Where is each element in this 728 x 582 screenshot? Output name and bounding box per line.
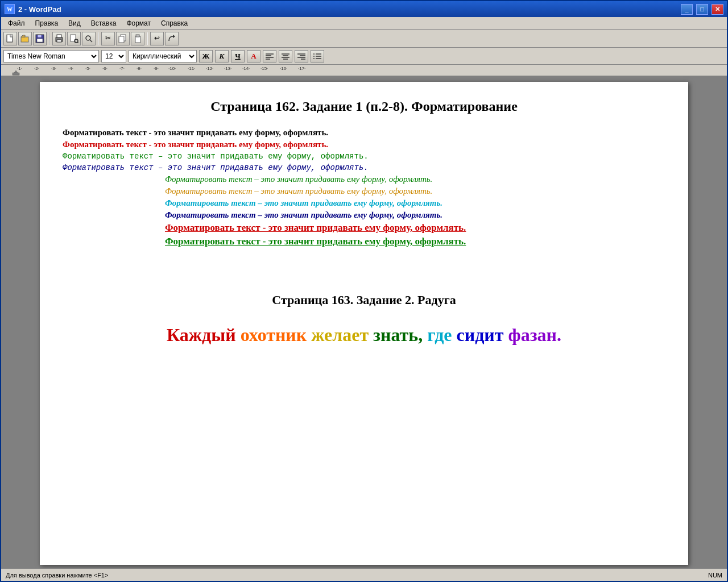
menu-insert[interactable]: Вставка	[86, 18, 121, 28]
svg-point-32	[313, 53, 315, 55]
svg-text:·14·: ·14·	[242, 66, 250, 71]
new-button[interactable]	[3, 32, 17, 45]
menu-bar: Файл Правка Вид Вставка Формат Справка	[1, 17, 727, 30]
align-right-button[interactable]	[295, 50, 308, 63]
underline-button[interactable]: Ч	[231, 50, 245, 63]
num-lock-indicator: NUM	[708, 572, 722, 579]
rainbow-word-6: сидит	[457, 325, 504, 345]
toolbar-separator-3	[147, 32, 148, 45]
svg-line-14	[90, 40, 92, 42]
svg-text:·1·: ·1·	[17, 66, 22, 71]
rainbow-space-3	[369, 325, 373, 345]
rainbow-space-5	[452, 325, 457, 345]
rainbow-word-3: желает	[311, 325, 369, 345]
menu-view[interactable]: Вид	[64, 18, 85, 28]
svg-text:·9·: ·9·	[154, 66, 159, 71]
page1-heading: Страница 162. Задание 1 (п.2-8). Формати…	[63, 99, 665, 114]
svg-point-36	[313, 58, 315, 59]
close-button[interactable]: ✕	[712, 4, 723, 15]
text-line-9: Форматировать текст - это значит придава…	[63, 222, 665, 234]
menu-format[interactable]: Формат	[122, 18, 155, 28]
svg-text:·16·: ·16·	[280, 66, 287, 71]
text-line-4: Форматировать текст – это значит придава…	[63, 163, 665, 172]
svg-text:·13·: ·13·	[224, 66, 231, 71]
rainbow-word-2: охотник	[241, 325, 307, 345]
text-line-7: Форматировать текст – это значит придава…	[63, 198, 665, 208]
italic-button[interactable]: К	[215, 50, 229, 63]
svg-text:·2·: ·2·	[34, 66, 39, 71]
svg-text:·6·: ·6·	[102, 66, 107, 71]
status-hint: Для вывода справки нажмите <F1>	[6, 572, 108, 579]
text-line-1: Форматировать текст - это значит придава…	[63, 128, 665, 138]
svg-text:·15·: ·15·	[260, 66, 268, 71]
svg-rect-38	[1, 65, 727, 76]
paste-button[interactable]	[131, 32, 144, 45]
font-selector[interactable]: Times New Roman	[3, 50, 99, 63]
svg-text:·10·: ·10·	[168, 66, 176, 71]
text-line-10: Форматировать текст - это значит придава…	[63, 236, 665, 247]
title-bar: W 2 - WordPad _ □ ✕	[1, 1, 727, 17]
svg-text:·5·: ·5·	[85, 66, 90, 71]
svg-line-12	[77, 42, 78, 43]
window-title: 2 - WordPad	[18, 5, 677, 14]
print-button[interactable]	[52, 32, 66, 45]
list-button[interactable]	[311, 50, 324, 63]
menu-file[interactable]: Файл	[3, 18, 30, 28]
rainbow-space-1	[236, 325, 241, 345]
align-left-button[interactable]	[263, 50, 276, 63]
svg-text:·12·: ·12·	[206, 66, 213, 71]
size-selector[interactable]: 12	[101, 50, 126, 63]
text-line-6: Форматировать текст – это значит придава…	[63, 186, 665, 196]
svg-rect-8	[57, 35, 61, 38]
svg-point-13	[86, 36, 90, 40]
svg-rect-40	[13, 73, 19, 75]
lang-selector[interactable]: Кириллический	[129, 50, 197, 63]
preview-button[interactable]	[67, 32, 81, 45]
menu-edit[interactable]: Правка	[31, 18, 63, 28]
format-bar: Times New Roman 12 Кириллический Ж К Ч А	[1, 48, 727, 65]
svg-rect-16	[119, 36, 124, 43]
copy-button[interactable]	[116, 32, 130, 45]
ruler: ·1· ·2· ·3· ·4· ·5· ·6· ·7· ·8· ·9· ·10·…	[1, 65, 727, 76]
rainbow-word-7: фазан.	[508, 325, 561, 345]
find-button[interactable]	[82, 32, 96, 45]
save-button[interactable]	[33, 32, 47, 45]
svg-text:·4·: ·4·	[68, 66, 73, 71]
svg-rect-3	[21, 37, 28, 42]
cut-button[interactable]: ✂	[101, 32, 115, 45]
align-center-button[interactable]	[279, 50, 292, 63]
wordpad-window: W 2 - WordPad _ □ ✕ Файл Правка Вид Вста…	[0, 0, 728, 582]
maximize-button[interactable]: □	[696, 4, 708, 15]
document-page[interactable]: Страница 162. Задание 1 (п.2-8). Формати…	[40, 82, 688, 565]
svg-text:·17·: ·17·	[298, 66, 305, 71]
svg-rect-9	[57, 40, 61, 42]
rainbow-word-4: знать,	[373, 325, 423, 345]
svg-rect-5	[38, 35, 42, 38]
undo-button[interactable]: ↩	[150, 32, 164, 45]
svg-text:·11·: ·11·	[188, 66, 195, 71]
document-area[interactable]: Страница 162. Задание 1 (п.2-8). Формати…	[1, 76, 727, 568]
svg-marker-19	[173, 35, 175, 38]
rainbow-space-6	[504, 325, 508, 345]
redo-button[interactable]	[165, 32, 179, 45]
page2-heading: Страница 163. Задание 2. Радуга	[63, 293, 665, 307]
svg-text:·8·: ·8·	[136, 66, 142, 71]
toolbar: ✂ ↩	[1, 30, 727, 48]
rainbow-word-1: Каждый	[167, 325, 236, 345]
svg-text:·7·: ·7·	[119, 66, 125, 71]
bold-button[interactable]: Ж	[199, 50, 213, 63]
text-line-2: Форматировать текст - это значит придава…	[63, 140, 665, 149]
open-button[interactable]	[18, 32, 32, 45]
text-line-3: Форматировать текст – это значит придава…	[63, 152, 665, 161]
rainbow-word-5: где	[427, 325, 452, 345]
rainbow-space-4	[423, 325, 427, 345]
rainbow-text: Каждый охотник желает знать, где сидит ф…	[63, 325, 665, 346]
minimize-button[interactable]: _	[681, 4, 693, 15]
color-button[interactable]: А	[247, 50, 260, 63]
svg-rect-17	[135, 36, 140, 43]
svg-rect-6	[37, 39, 43, 42]
app-icon: W	[5, 4, 15, 14]
text-line-5: Форматировать текст – это значит придава…	[63, 174, 665, 184]
toolbar-separator-1	[49, 32, 50, 45]
menu-help[interactable]: Справка	[156, 18, 192, 28]
